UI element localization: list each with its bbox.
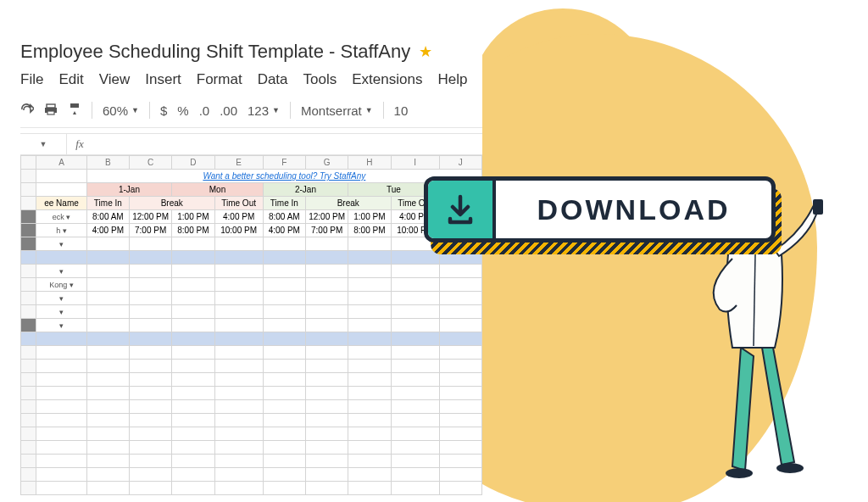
font-name: Montserrat [301,103,362,118]
table-row[interactable] [21,414,482,427]
table-row[interactable] [21,482,482,495]
menu-tools[interactable]: Tools [303,71,337,88]
table-row[interactable] [21,346,482,360]
menu-extensions[interactable]: Extensions [352,71,422,88]
table-row[interactable]: h ▾ 4:00 PM 7:00 PM 8:00 PM 10:00 PM 4:0… [21,224,482,237]
spreadsheet-panel: Employee Scheduling Shift Template - Sta… [20,41,482,495]
svg-rect-0 [47,104,55,108]
font-dropdown[interactable]: Montserrat ▼ [301,103,373,118]
menu-format[interactable]: Format [197,71,242,88]
table-row[interactable] [21,360,482,373]
zoom-value: 60% [103,103,128,118]
table-row[interactable] [21,387,482,400]
zoom-dropdown[interactable]: 60% ▼ [103,103,139,118]
menu-view[interactable]: View [99,71,131,88]
font-size[interactable]: 10 [394,103,409,118]
chevron-down-icon: ▼ [365,106,373,114]
chevron-down-icon: ▼ [131,106,139,114]
svg-rect-3 [70,103,79,108]
spreadsheet-grid[interactable]: A B C D E F G H I J Want a better schedu… [20,155,482,495]
name-box[interactable]: ▼ [20,134,67,154]
menu-data[interactable]: Data [258,71,288,88]
table-row[interactable]: ▾ [21,237,482,251]
redo-icon[interactable] [20,103,34,118]
paint-format-icon[interactable] [68,103,81,119]
menu-insert[interactable]: Insert [145,71,181,88]
percent-icon[interactable]: % [177,103,188,118]
table-row[interactable]: eck ▾ 8:00 AM 12:00 PM 1:00 PM 4:00 PM 8… [21,210,482,224]
table-row[interactable]: ▾ [21,319,482,332]
promo-link[interactable]: Want a better scheduling tool? Try Staff… [86,170,481,183]
download-label: DOWNLOAD [496,181,771,238]
date-header-row[interactable]: 1-Jan Mon 2-Jan Tue 3-Jan [21,183,482,197]
table-row[interactable]: Want a better scheduling tool? Try Staff… [21,170,482,183]
increase-decimal-icon[interactable]: .00 [220,103,237,118]
currency-icon[interactable]: $ [160,103,167,118]
menu-file[interactable]: File [20,71,43,88]
format-dropdown[interactable]: 123 ▼ [248,103,280,118]
formula-bar: ▼ fx [20,133,482,155]
download-icon [428,181,496,238]
table-row[interactable] [21,251,482,265]
table-row[interactable]: ▾ [21,305,482,319]
toolbar: 60% ▼ $ % .0 .00 123 ▼ Montserrat ▼ 10 [20,102,482,128]
svg-rect-6 [813,199,823,215]
table-row[interactable]: Kong ▾ [21,278,482,292]
chevron-down-icon: ▼ [40,140,47,148]
column-headers: A B C D E F G H I J [21,156,482,170]
decrease-decimal-icon[interactable]: .0 [199,103,210,118]
fx-icon: fx [67,137,92,151]
table-row[interactable]: ▾ [21,265,482,278]
svg-point-4 [726,468,753,478]
table-row[interactable] [21,455,482,468]
table-row[interactable] [21,400,482,414]
print-icon[interactable] [44,103,58,118]
table-row[interactable] [21,427,482,441]
table-row[interactable] [21,441,482,455]
menu-bar: File Edit View Insert Format Data Tools … [20,71,482,88]
sub-header-row[interactable]: ee Name Time In Break Time Out Time In B… [21,197,482,210]
table-row[interactable] [21,373,482,387]
menu-help[interactable]: Help [437,71,467,88]
svg-point-5 [776,463,804,473]
table-row[interactable] [21,332,482,346]
table-row[interactable]: ▾ [21,292,482,305]
document-title[interactable]: Employee Scheduling Shift Template - Sta… [20,41,410,63]
table-row[interactable] [21,468,482,482]
star-icon[interactable]: ★ [419,42,432,61]
download-button[interactable]: DOWNLOAD [424,176,780,246]
svg-rect-2 [47,111,54,114]
menu-edit[interactable]: Edit [58,71,83,88]
